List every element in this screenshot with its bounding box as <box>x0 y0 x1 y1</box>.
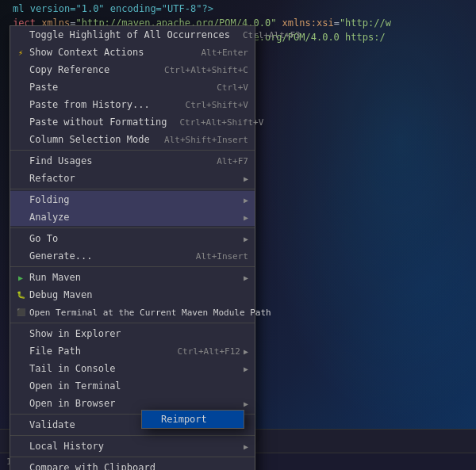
filepath-arrow-icon: ▶ <box>244 347 248 356</box>
localhistory-arrow-icon: ▶ <box>244 442 248 451</box>
maven-reimport[interactable]: Reimport <box>142 411 244 428</box>
context-action-icon: ⚡ <box>15 47 26 58</box>
menu-find-usages[interactable]: Find Usages Alt+F7 <box>10 152 255 170</box>
analyze-arrow-icon: ▶ <box>244 213 248 222</box>
menu-analyze[interactable]: Analyze ▶ <box>10 208 255 226</box>
menu-tail-console[interactable]: Tail in Console ▶ <box>10 360 255 377</box>
menu-file-path[interactable]: File Path Ctrl+Alt+F12 ▶ <box>10 342 255 360</box>
debug-maven-icon: 🐛 <box>15 289 26 300</box>
menu-goto[interactable]: Go To ▶ <box>10 230 255 247</box>
menu-debug-maven[interactable]: 🐛 Debug Maven <box>10 286 255 304</box>
terminal-maven-icon: ⬛ <box>15 307 26 318</box>
menu-compare-clipboard[interactable]: Compare with Clipboard <box>10 459 255 470</box>
browser-arrow-icon: ▶ <box>244 399 248 408</box>
menu-local-history[interactable]: Local History ▶ <box>10 438 255 455</box>
separator-1 <box>10 150 255 151</box>
menu-open-terminal[interactable]: Open in Terminal <box>10 377 255 395</box>
separator-3 <box>10 227 255 228</box>
separator-2 <box>10 189 255 189</box>
goto-arrow-icon: ▶ <box>244 235 248 243</box>
menu-open-terminal-maven[interactable]: ⬛ Open Terminal at the Current Maven Mod… <box>10 304 255 321</box>
menu-generate[interactable]: Generate... Alt+Insert <box>10 247 255 265</box>
refactor-arrow-icon: ▶ <box>244 174 248 183</box>
menu-paste[interactable]: Paste Ctrl+V <box>10 78 255 96</box>
menu-paste-no-format[interactable]: Paste without Formatting Ctrl+Alt+Shift+… <box>10 113 255 131</box>
menu-column-mode[interactable]: Column Selection Mode Alt+Shift+Insert <box>10 131 255 148</box>
separator-8 <box>10 457 255 457</box>
tail-arrow-icon: ▶ <box>244 365 248 373</box>
code-line-1: ml version="1.0" encoding="UTF-8"?> <box>10 2 476 16</box>
menu-folding[interactable]: Folding ▶ <box>10 191 255 208</box>
menu-paste-history[interactable]: Paste from History... Ctrl+Shift+V <box>10 96 255 113</box>
menu-run-maven[interactable]: ▶ Run Maven ▶ <box>10 269 255 286</box>
maven-submenu: Reimport <box>141 410 244 429</box>
folding-arrow-icon: ▶ <box>244 196 248 204</box>
run-maven-icon: ▶ <box>15 272 26 283</box>
separator-4 <box>10 266 255 267</box>
menu-show-context[interactable]: ⚡ Show Context Actions Alt+Enter <box>10 44 255 61</box>
context-menu: Toggle Highlight of All Occurrences Ctrl… <box>10 25 255 470</box>
menu-toggle-highlight[interactable]: Toggle Highlight of All Occurrences Ctrl… <box>10 26 255 44</box>
run-maven-arrow-icon: ▶ <box>244 273 248 282</box>
menu-copy-reference[interactable]: Copy Reference Ctrl+Alt+Shift+C <box>10 61 255 78</box>
menu-refactor[interactable]: Refactor ▶ <box>10 170 255 187</box>
separator-5 <box>10 323 255 323</box>
separator-7 <box>10 435 255 436</box>
menu-show-explorer[interactable]: Show in Explorer <box>10 325 255 342</box>
